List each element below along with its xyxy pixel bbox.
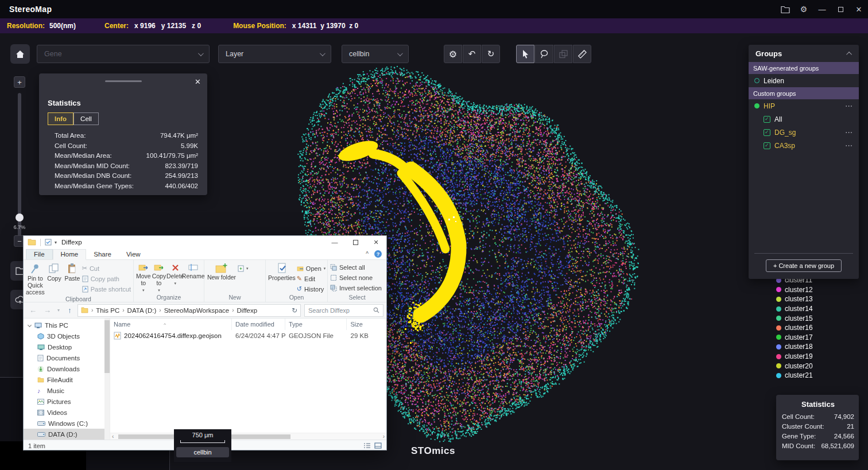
bin-dropdown[interactable]: cellbin <box>342 45 409 63</box>
recent-locations-button[interactable]: ▾ <box>55 304 62 317</box>
new-item-button[interactable]: ▾ <box>238 264 249 273</box>
close-button[interactable]: ✕ <box>366 236 386 248</box>
scroll-left-icon[interactable]: ‹ <box>112 433 114 440</box>
history-button[interactable]: ↺History <box>297 285 326 293</box>
cluster-legend-item[interactable]: cluster17 <box>776 333 813 343</box>
reset-view-button[interactable]: ↻ <box>482 45 500 63</box>
checkbox-checked-icon[interactable] <box>764 142 770 149</box>
nav-item-windows-c[interactable]: Windows (C:) <box>24 418 110 429</box>
create-group-button[interactable]: + Create a new group <box>766 259 842 272</box>
breadcrumb-this-pc[interactable]: This PC <box>96 307 119 314</box>
details-view-icon[interactable] <box>363 442 371 449</box>
group-label[interactable]: Organize <box>134 294 204 302</box>
close-statistics-button[interactable]: ✕ <box>195 77 201 86</box>
close-button[interactable]: ✕ <box>850 0 868 18</box>
copy-path-button[interactable]: Copy path <box>82 274 131 283</box>
properties-button[interactable]: Properties <box>268 262 296 282</box>
cluster-legend-item[interactable]: cluster14 <box>776 304 813 314</box>
more-icon[interactable]: ⋯ <box>845 141 853 150</box>
cluster-legend-item[interactable]: cluster20 <box>776 361 813 371</box>
copy-to-button[interactable]: Copy to▾ <box>152 262 166 292</box>
checkbox-checked-icon[interactable] <box>764 129 770 136</box>
workspace-button[interactable] <box>776 0 795 18</box>
edit-button[interactable]: ✎Edit <box>297 274 326 283</box>
up-button[interactable]: ↑ <box>63 304 76 317</box>
forward-button[interactable]: → <box>41 304 54 317</box>
group-item-hip[interactable]: HIP ⋯ <box>749 99 859 112</box>
rename-button[interactable]: Rename <box>184 262 202 280</box>
cluster-legend-item[interactable]: cluster19 <box>776 352 813 362</box>
nav-scrollbar[interactable] <box>104 318 110 440</box>
bin-type-chip[interactable]: cellbin <box>176 447 229 457</box>
search-input[interactable]: Search Diffexp <box>304 304 383 317</box>
checkbox-checked-icon[interactable] <box>764 116 770 123</box>
invert-selection-button[interactable]: Invert selection <box>330 283 382 292</box>
nav-item-desktop[interactable]: Desktop <box>24 341 110 352</box>
nav-item-music[interactable]: ♪Music <box>24 385 110 396</box>
paste-button[interactable]: Paste <box>64 262 81 282</box>
breadcrumb-diffexp[interactable]: Diffexp <box>237 307 258 314</box>
new-folder-button[interactable]: New folder <box>207 262 237 281</box>
cluster-legend-item[interactable]: cluster16 <box>776 323 813 333</box>
column-header-date-modified[interactable]: Date modified <box>232 318 285 330</box>
layer-dropdown[interactable]: Layer <box>218 45 331 63</box>
cluster-legend-item[interactable]: cluster18 <box>776 342 813 352</box>
nav-scrollbar-thumb[interactable] <box>104 320 110 373</box>
cut-button[interactable]: ✂Cut <box>82 264 131 273</box>
tab-info[interactable]: Info <box>48 112 73 125</box>
pin-to-quick-access-button[interactable]: Pin to Quick access <box>26 262 45 296</box>
nav-item-data-d[interactable]: DATA (D:) <box>24 429 110 440</box>
horizontal-scrollbar[interactable]: ‹ › <box>110 433 386 440</box>
menu-file[interactable]: File <box>26 249 53 259</box>
minimize-button[interactable]: — <box>324 236 345 248</box>
tab-home[interactable]: Home <box>53 249 87 260</box>
nav-item-documents[interactable]: Documents <box>24 352 110 363</box>
group-item-leiden[interactable]: Leiden <box>749 74 859 87</box>
column-header-type[interactable]: Type <box>285 318 347 330</box>
caret-down-icon[interactable]: ▾ <box>55 240 57 245</box>
nav-item-pictures[interactable]: Pictures <box>24 396 110 407</box>
select-none-button[interactable]: Select none <box>330 273 382 282</box>
copy-button[interactable]: Copy <box>46 262 63 282</box>
group-label[interactable]: Select <box>328 294 386 302</box>
expand-caret-icon[interactable] <box>28 323 32 327</box>
breadcrumb-data-drive[interactable]: DATA (D:) <box>127 307 157 314</box>
tab-cell[interactable]: Cell <box>73 112 99 125</box>
group-child-ca3sp[interactable]: CA3sp ⋯ <box>749 139 859 152</box>
column-header-size[interactable]: Size <box>347 318 386 330</box>
collapse-ribbon-icon[interactable]: ^ <box>366 251 369 257</box>
home-button[interactable] <box>10 44 30 64</box>
breadcrumb-workspace[interactable]: StereoMapWorkspace <box>164 307 230 314</box>
more-icon[interactable]: ⋯ <box>845 128 853 137</box>
group-label[interactable]: New <box>204 294 265 302</box>
group-label[interactable]: Clipboard <box>24 296 133 304</box>
help-icon[interactable]: ? <box>374 250 382 258</box>
open-button[interactable]: Open▾ <box>297 264 326 273</box>
quick-access-properties-icon[interactable] <box>45 239 52 246</box>
explorer-titlebar[interactable]: ▾ Diffexp — ✕ <box>24 236 386 248</box>
cluster-legend-item[interactable]: cluster21 <box>776 371 813 380</box>
address-bar[interactable]: › This PC › DATA (D:) › StereoMapWorkspa… <box>78 304 301 317</box>
display-settings-button[interactable]: ⚙ <box>444 45 462 63</box>
paste-shortcut-button[interactable]: Paste shortcut <box>82 285 131 293</box>
zoom-in-button[interactable]: + <box>14 76 25 88</box>
cluster-legend-item[interactable]: cluster15 <box>776 313 813 323</box>
pointer-tool-button[interactable] <box>516 45 534 63</box>
merge-tool-button[interactable] <box>554 45 572 63</box>
tab-share[interactable]: Share <box>86 250 119 259</box>
nav-item-3d-objects[interactable]: 3D Objects <box>24 331 110 341</box>
zoom-slider-handle[interactable] <box>16 213 24 222</box>
group-label[interactable]: Open <box>266 294 327 302</box>
tab-view[interactable]: View <box>119 250 148 259</box>
nav-item-this-pc[interactable]: This PC <box>24 320 110 331</box>
cluster-legend-item[interactable]: cluster13 <box>776 294 813 304</box>
maximize-button[interactable] <box>831 0 850 18</box>
maximize-button[interactable] <box>345 236 366 248</box>
drag-handle[interactable] <box>105 80 142 82</box>
minimize-button[interactable]: — <box>813 0 831 18</box>
column-header-name[interactable]: Name^ <box>110 318 232 330</box>
collapse-icon[interactable] <box>846 51 852 57</box>
move-to-button[interactable]: Move to▾ <box>136 262 151 292</box>
measure-tool-button[interactable] <box>573 45 591 63</box>
nav-item-videos[interactable]: Videos <box>24 407 110 418</box>
